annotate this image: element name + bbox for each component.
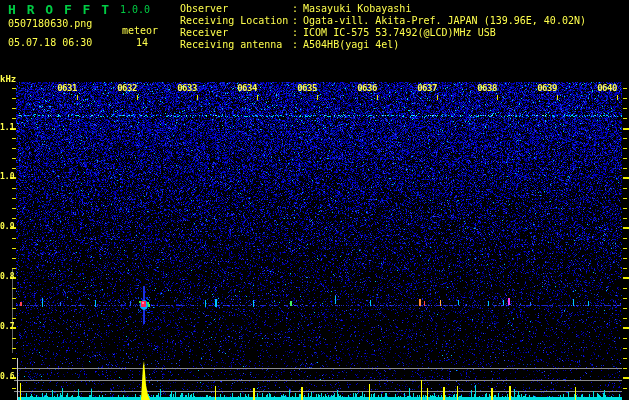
station-label: Receiver (180, 27, 292, 38)
station-label: Observer (180, 3, 292, 14)
x-tick-label: 0632 (117, 84, 137, 93)
app-title: H R O F F T (8, 3, 111, 16)
x-tick-label: 0635 (297, 84, 317, 93)
observation-datetime: 05.07.18 06:30 (8, 38, 92, 48)
station-label: Receiving antenna (180, 39, 292, 50)
x-tick-label: 0636 (357, 84, 377, 93)
y-tick-label: 0.8 (0, 273, 11, 281)
station-value: Ogata-vill. Akita-Pref. JAPAN (139.96E, … (303, 15, 586, 26)
colon-separator: : (292, 15, 298, 26)
y-tick-label: 0.6 (0, 373, 11, 381)
x-tick-label: 0637 (417, 84, 437, 93)
y-tick-label: 1.0 (0, 173, 11, 181)
station-row-antenna: Receiving antenna:A504HB(yagi 4el) (180, 39, 399, 50)
colon-separator: : (292, 3, 298, 14)
x-tick-label: 0633 (177, 84, 197, 93)
station-row-observer: Observer:Masayuki Kobayashi (180, 3, 411, 14)
station-value: ICOM IC-575 53.7492(@LCD)MHz USB (303, 27, 496, 38)
station-value: Masayuki Kobayashi (303, 3, 411, 14)
x-tick-label: 0634 (237, 84, 257, 93)
x-tick-label: 0631 (57, 84, 77, 93)
app-version: 1.0.0 (120, 5, 150, 15)
x-tick-label: 0640 (597, 84, 617, 93)
x-tick-label: 0639 (537, 84, 557, 93)
hrofft-spectrogram-screenshot: H R O F F T 1.0.0 0507180630.png meteor … (0, 0, 629, 400)
output-filename: 0507180630.png (8, 19, 92, 29)
y-tick-label: 0.9 (0, 223, 11, 231)
colon-separator: : (292, 27, 298, 38)
mode-label: meteor (122, 26, 158, 36)
station-label: Receiving Location (180, 15, 292, 26)
meteor-count: 14 (136, 38, 148, 48)
y-tick-label: 1.1 (0, 124, 11, 132)
x-tick-label: 0638 (477, 84, 497, 93)
spectrogram-canvas (0, 0, 629, 400)
y-axis-unit-label: kHz (0, 75, 16, 84)
station-row-location: Receiving Location:Ogata-vill. Akita-Pre… (180, 15, 586, 26)
station-value: A504HB(yagi 4el) (303, 39, 399, 50)
colon-separator: : (292, 39, 298, 50)
station-row-receiver: Receiver:ICOM IC-575 53.7492(@LCD)MHz US… (180, 27, 496, 38)
y-tick-label: 0.7 (0, 323, 11, 331)
